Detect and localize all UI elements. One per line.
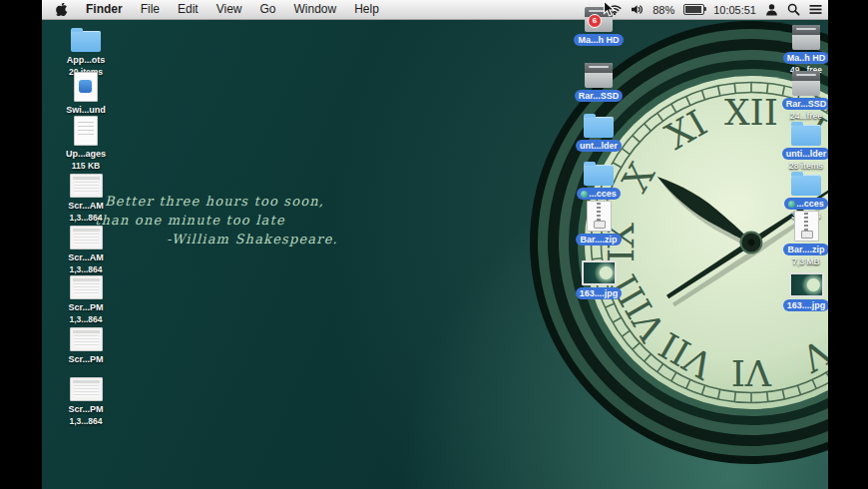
menu-clock[interactable]: 10:05:51 <box>713 4 756 16</box>
icon-label: unti...lder <box>782 148 831 160</box>
mouse-cursor-icon <box>603 0 617 17</box>
desktop-icon-app-ots[interactable]: App...ots20 items <box>54 22 118 77</box>
desktop-icon-up-ages[interactable]: Up...ages115 KB <box>54 116 118 171</box>
icon-label: Ma..h HD <box>783 52 830 64</box>
menu-item-help[interactable]: Help <box>345 0 388 19</box>
folder-icon <box>71 31 101 52</box>
icon-sublabel: 1,3...864 <box>69 416 102 426</box>
file-color-dot-icon <box>581 191 588 198</box>
desktop-icon-swi-und[interactable]: Swi...und <box>54 72 118 116</box>
icon-label: Bar....zip <box>576 234 621 245</box>
icon-label: unt...lder <box>576 140 622 152</box>
file-color-dot-icon <box>788 201 795 208</box>
desktop-screen: XIIIIIIIIIVVVIVIIVIIIIXXXI Better three … <box>0 0 868 489</box>
zip-icon <box>587 201 612 232</box>
drive-icon <box>585 63 613 88</box>
desktop-icon-bar-zip[interactable]: Bar....zip <box>567 202 631 245</box>
desktop-icon-163-jpg[interactable]: 163....jpg <box>567 255 631 299</box>
drive-icon <box>792 25 820 50</box>
icon-label: Bar....zip <box>783 244 828 255</box>
app-menus: FinderFileEditViewGoWindowHelp <box>77 0 388 19</box>
wallpaper-quote: Better three hours too soon, than one mi… <box>95 192 338 248</box>
drive-icon <box>792 71 820 96</box>
desktop-icon-scr-pm[interactable]: Scr...PM1,3...864 <box>54 269 118 324</box>
docmedia-icon <box>74 72 98 102</box>
menu-item-window[interactable]: Window <box>285 0 346 19</box>
img-icon <box>789 272 824 297</box>
icon-label: Scr...PM <box>64 353 107 365</box>
icon-label: Scr...AM <box>64 200 108 212</box>
doc-icon <box>74 116 98 146</box>
drag-count-badge: 6 <box>588 14 602 28</box>
icon-label: ...cces <box>577 188 621 200</box>
shot-icon <box>70 275 103 299</box>
menu-item-edit[interactable]: Edit <box>169 0 208 19</box>
desktop-icon-rar-ssd[interactable]: Rar...SSD <box>567 58 631 102</box>
status-area: 88% 10:05:51 <box>608 3 828 16</box>
icon-label: Scr...PM <box>64 301 107 313</box>
folder-icon <box>584 165 614 186</box>
volume-icon[interactable] <box>631 4 644 15</box>
menu-item-view[interactable]: View <box>208 0 251 19</box>
icon-label: Swi...und <box>62 104 110 116</box>
apple-icon <box>56 3 68 17</box>
apple-menu[interactable] <box>42 3 77 17</box>
zip-icon <box>794 211 819 242</box>
icon-label: Up...ages <box>62 148 110 160</box>
quote-line: Better three hours too soon, <box>105 192 338 211</box>
icon-label: Rar...SSD <box>782 98 831 110</box>
desktop-icon-ma-h-hd[interactable]: 6 Ma...h HD <box>567 2 631 46</box>
desktop-icon-scr-am[interactable]: Scr...AM1,3...864 <box>54 168 118 223</box>
notification-list-icon[interactable] <box>809 4 822 15</box>
menu-bar: FinderFileEditViewGoWindowHelp 88% 10:05… <box>42 0 828 20</box>
battery-icon[interactable] <box>683 4 704 15</box>
desktop-icon-unt-lder[interactable]: unt...lder <box>567 108 631 152</box>
shot-icon <box>70 327 103 351</box>
quote-author: -William Shakespeare. <box>167 230 338 248</box>
folder-icon <box>791 125 821 146</box>
desktop-icon-scr-pm[interactable]: Scr...PM1,3...864 <box>54 371 118 426</box>
battery-percent: 88% <box>652 4 674 16</box>
search-icon[interactable] <box>787 3 800 16</box>
icon-label: Rar...SSD <box>575 90 624 102</box>
menu-item-file[interactable]: File <box>132 0 169 19</box>
icon-label: Scr...AM <box>64 251 108 263</box>
icon-label: Ma...h HD <box>574 34 623 46</box>
desktop-icon-scr-am[interactable]: Scr...AM1,3...864 <box>54 220 118 274</box>
icon-label: Scr...PM <box>64 403 107 415</box>
quote-line: than one minute too late <box>95 211 338 230</box>
img-icon <box>582 260 617 285</box>
shot-icon <box>70 226 103 249</box>
menu-item-go[interactable]: Go <box>251 0 285 19</box>
shot-icon <box>70 377 103 401</box>
icon-label: 163....jpg <box>783 299 830 311</box>
desktop-icon-cces[interactable]: ...cces <box>567 156 631 200</box>
icon-sublabel: 7,3 MB <box>792 256 819 266</box>
folder-icon <box>584 117 614 138</box>
letterbox-right <box>828 0 868 489</box>
menu-item-finder[interactable]: Finder <box>77 0 132 19</box>
icon-label: ...cces <box>784 198 828 210</box>
desktop-icon-scr-pm[interactable]: Scr...PM <box>54 321 118 365</box>
user-icon[interactable] <box>765 3 778 16</box>
icon-label: 163....jpg <box>576 287 623 299</box>
icon-label: App...ots <box>63 54 110 66</box>
letterbox-left <box>0 0 42 489</box>
folder-icon <box>791 175 821 196</box>
shot-icon <box>70 174 103 198</box>
